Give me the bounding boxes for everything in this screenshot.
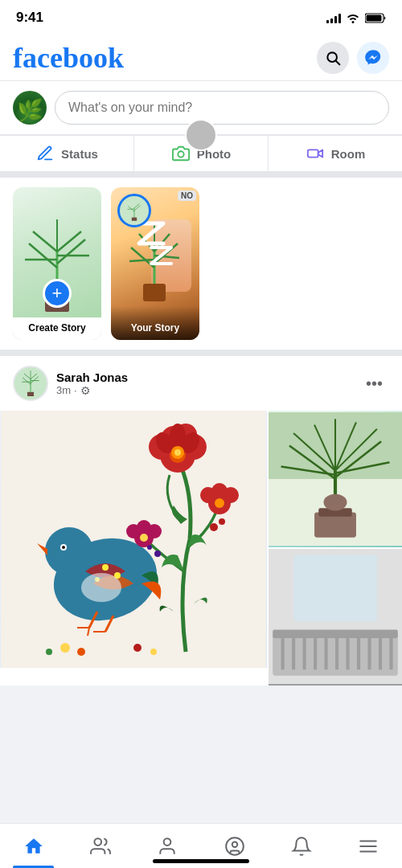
video-icon <box>306 145 324 162</box>
room-icon <box>306 144 325 163</box>
status-button[interactable]: Status <box>0 135 133 171</box>
create-story-plus-icon[interactable]: + <box>43 279 72 308</box>
svg-point-4 <box>178 151 183 157</box>
status-edit-icon <box>35 144 55 163</box>
svg-line-28 <box>127 209 134 210</box>
svg-rect-107 <box>335 637 338 670</box>
status-bar: 9:41 <box>0 0 402 35</box>
friends-icon <box>90 836 111 857</box>
post-image-main[interactable] <box>0 411 267 668</box>
camera-icon <box>172 145 190 162</box>
story-center-avatar <box>185 119 217 151</box>
svg-rect-30 <box>27 392 34 396</box>
svg-rect-109 <box>357 637 360 670</box>
svg-point-82 <box>133 644 142 652</box>
svg-rect-110 <box>367 637 371 670</box>
more-dots-icon: ••• <box>366 375 383 392</box>
svg-point-53 <box>81 573 121 602</box>
nav-notifications[interactable] <box>268 824 334 868</box>
search-button[interactable] <box>317 42 349 74</box>
room-label: Room <box>331 147 366 161</box>
your-story-card[interactable]: NO Your Story <box>111 187 199 340</box>
post-time: 3m <box>56 384 71 396</box>
post-username[interactable]: Sarah Jonas <box>56 371 128 384</box>
svg-point-75 <box>210 523 218 531</box>
plant-photo-svg <box>269 411 402 547</box>
post-image-side-bottom[interactable] <box>269 549 402 686</box>
post-avatar-plant <box>14 367 47 399</box>
svg-point-98 <box>323 494 347 511</box>
status-time: 9:41 <box>16 10 43 26</box>
post-more-button[interactable]: ••• <box>359 371 389 396</box>
nav-home[interactable] <box>0 824 67 868</box>
profile-icon <box>157 836 178 857</box>
svg-point-44 <box>62 546 65 549</box>
svg-point-116 <box>226 837 244 855</box>
post-user-avatar[interactable] <box>13 366 48 401</box>
no-badge: NO <box>178 190 196 201</box>
status-label: Status <box>61 147 98 161</box>
bell-icon <box>291 836 312 857</box>
status-icons <box>326 12 386 23</box>
radiator-photo-svg <box>269 549 402 686</box>
wifi-icon <box>346 12 360 23</box>
post-images <box>0 411 402 686</box>
svg-line-12 <box>33 231 57 252</box>
pencil-icon <box>36 145 54 162</box>
svg-line-3 <box>336 61 340 65</box>
folk-art-svg <box>0 411 267 668</box>
svg-rect-5 <box>308 149 318 157</box>
svg-rect-108 <box>346 637 349 670</box>
your-story-label: Your Story <box>111 306 199 340</box>
svg-point-41 <box>45 527 93 575</box>
svg-point-73 <box>137 520 151 534</box>
svg-point-74 <box>140 534 148 542</box>
svg-point-76 <box>219 518 225 525</box>
post-time-suffix: · <box>74 384 77 396</box>
svg-rect-102 <box>281 637 285 670</box>
messenger-icon <box>364 49 382 67</box>
svg-rect-106 <box>325 637 328 670</box>
svg-point-117 <box>232 841 237 847</box>
post-audience-icon[interactable]: ⚙ <box>80 384 91 397</box>
svg-rect-103 <box>292 637 295 670</box>
svg-line-9 <box>57 240 85 264</box>
svg-rect-39 <box>1 411 266 668</box>
svg-point-115 <box>164 838 171 845</box>
svg-rect-111 <box>379 637 382 670</box>
svg-rect-24 <box>132 218 137 221</box>
post-header: Sarah Jonas 3m · ⚙ ••• <box>0 356 402 411</box>
menu-icon <box>358 836 379 857</box>
svg-line-29 <box>134 203 139 207</box>
svg-rect-1 <box>367 14 382 21</box>
svg-line-27 <box>134 206 140 211</box>
your-story-avatar-ring <box>117 194 151 227</box>
svg-point-64 <box>174 449 181 456</box>
post-user: Sarah Jonas 3m · ⚙ <box>13 366 128 401</box>
create-story-card[interactable]: + Create Story <box>13 187 101 340</box>
post-meta: 3m · ⚙ <box>56 384 128 397</box>
svg-point-79 <box>60 643 70 653</box>
svg-rect-15 <box>143 284 166 301</box>
post-user-info: Sarah Jonas 3m · ⚙ <box>56 371 128 397</box>
svg-line-32 <box>23 378 31 385</box>
avatar-plant-icon <box>121 198 147 223</box>
search-icon <box>325 50 341 66</box>
svg-line-36 <box>24 374 31 379</box>
create-story-label: Create Story <box>13 317 101 340</box>
post-image-side-top[interactable] <box>269 411 402 547</box>
home-icon <box>23 836 44 857</box>
app-header: facebook <box>0 35 402 81</box>
room-button[interactable]: Room <box>269 135 402 171</box>
svg-point-114 <box>94 838 101 845</box>
svg-point-68 <box>211 483 228 499</box>
svg-rect-112 <box>389 637 392 670</box>
nav-menu[interactable] <box>335 824 402 868</box>
messenger-button[interactable] <box>357 42 389 74</box>
svg-rect-105 <box>314 637 317 670</box>
groups-icon <box>224 836 245 857</box>
svg-line-33 <box>31 376 39 383</box>
post-input[interactable] <box>55 91 389 125</box>
svg-point-77 <box>154 551 161 557</box>
nav-friends[interactable] <box>67 824 133 868</box>
